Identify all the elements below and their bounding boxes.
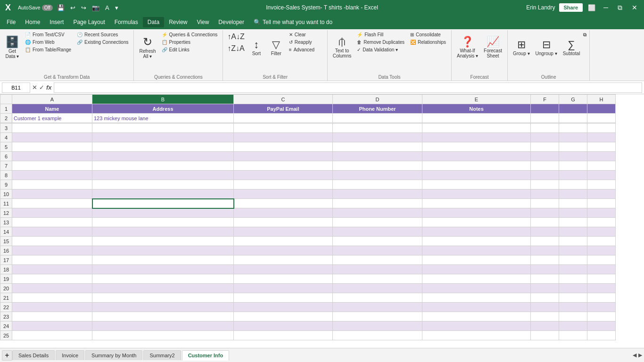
- formula-cancel-icon[interactable]: ✕: [32, 84, 37, 91]
- cell-H22[interactable]: [587, 303, 616, 312]
- cell-E10[interactable]: [422, 189, 531, 199]
- cell-G12[interactable]: [559, 208, 587, 218]
- cell-H16[interactable]: [587, 246, 616, 255]
- cell-G18[interactable]: [559, 265, 587, 274]
- tab-summary-by-month[interactable]: Summary by Month: [85, 350, 142, 360]
- cell-H5[interactable]: [587, 142, 616, 152]
- sort-desc-button[interactable]: ↑Z↓A: [226, 43, 246, 54]
- cell-F9[interactable]: [531, 180, 559, 189]
- cell-F4[interactable]: [531, 133, 559, 142]
- properties-button[interactable]: 📋 Properties: [159, 39, 220, 46]
- cell-B14[interactable]: [92, 227, 234, 237]
- get-data-button[interactable]: 🗄️ Get Data ▾: [3, 31, 22, 63]
- menu-home[interactable]: Home: [20, 17, 45, 27]
- subtotal-button[interactable]: ∑ Subtotal: [561, 31, 583, 63]
- cell-D22[interactable]: [333, 303, 422, 312]
- cell-F6[interactable]: [531, 152, 559, 161]
- cell-A3[interactable]: [12, 123, 92, 133]
- cell-A15[interactable]: [12, 237, 92, 246]
- menu-view[interactable]: View: [192, 17, 214, 27]
- cell-A8[interactable]: [12, 171, 92, 180]
- cell-G8[interactable]: [559, 171, 587, 180]
- cell-B23[interactable]: [92, 312, 234, 321]
- cell-C11[interactable]: [234, 199, 333, 208]
- cell-D7[interactable]: [333, 161, 422, 171]
- cell-H8[interactable]: [587, 171, 616, 180]
- cell-G14[interactable]: [559, 227, 587, 237]
- cell-A6[interactable]: [12, 152, 92, 161]
- cell-E23[interactable]: [422, 312, 531, 321]
- row-num-10[interactable]: 10: [0, 189, 12, 199]
- data-validation-button[interactable]: ✓ Data Validation ▾: [355, 46, 407, 53]
- cell-D14[interactable]: [333, 227, 422, 237]
- cell-D18[interactable]: [333, 265, 422, 274]
- cell-H23[interactable]: [587, 312, 616, 321]
- cell-A4[interactable]: [12, 133, 92, 142]
- cell-E17[interactable]: [422, 255, 531, 265]
- cell-reference-box[interactable]: [2, 82, 30, 93]
- cell-B17[interactable]: [92, 255, 234, 265]
- cell-A10[interactable]: [12, 189, 92, 199]
- grid-area[interactable]: A B C D E F G H 1 Name Addres: [0, 94, 644, 348]
- cell-G16[interactable]: [559, 246, 587, 255]
- cell-G20[interactable]: [559, 284, 587, 293]
- cell-C14[interactable]: [234, 227, 333, 237]
- cell-A20[interactable]: [12, 284, 92, 293]
- col-header-f[interactable]: F: [531, 95, 559, 104]
- tab-scroll-left-icon[interactable]: ◀: [633, 352, 636, 358]
- advanced-button[interactable]: ≡ Advanced: [287, 46, 324, 53]
- cell-C4[interactable]: [234, 133, 333, 142]
- cell-G25[interactable]: [559, 331, 587, 340]
- cell-F3[interactable]: [531, 123, 559, 133]
- cell-c2[interactable]: [234, 114, 333, 123]
- cell-F19[interactable]: [531, 274, 559, 284]
- cell-G22[interactable]: [559, 303, 587, 312]
- cell-F12[interactable]: [531, 208, 559, 218]
- undo-icon[interactable]: ↩: [69, 3, 77, 12]
- from-table-button[interactable]: 📋 From Table/Range: [23, 46, 74, 53]
- cell-C21[interactable]: [234, 293, 333, 303]
- recent-sources-button[interactable]: 🕐 Recent Sources: [74, 31, 131, 38]
- cell-F13[interactable]: [531, 218, 559, 227]
- cell-E3[interactable]: [422, 123, 531, 133]
- cell-D4[interactable]: [333, 133, 422, 142]
- cell-C25[interactable]: [234, 331, 333, 340]
- tab-scroll-right-icon[interactable]: ▶: [638, 352, 642, 358]
- cell-H14[interactable]: [587, 227, 616, 237]
- cell-H13[interactable]: [587, 218, 616, 227]
- tab-invoice[interactable]: Invoice: [56, 350, 84, 360]
- cell-B5[interactable]: [92, 142, 234, 152]
- row-num-11[interactable]: 11: [0, 199, 12, 208]
- cell-E18[interactable]: [422, 265, 531, 274]
- cell-E24[interactable]: [422, 321, 531, 331]
- cell-g2[interactable]: [559, 114, 587, 123]
- col-header-d[interactable]: D: [333, 95, 422, 104]
- cell-f2[interactable]: [531, 114, 559, 123]
- cell-B11[interactable]: [92, 199, 234, 208]
- row-num-4[interactable]: 4: [0, 133, 12, 142]
- formula-confirm-icon[interactable]: ✓: [39, 84, 44, 91]
- header-name[interactable]: Name: [12, 104, 92, 114]
- cell-F22[interactable]: [531, 303, 559, 312]
- group-button[interactable]: ⊞ Group ▾: [511, 31, 532, 63]
- cell-D25[interactable]: [333, 331, 422, 340]
- cell-H9[interactable]: [587, 180, 616, 189]
- cell-G13[interactable]: [559, 218, 587, 227]
- cell-C9[interactable]: [234, 180, 333, 189]
- row-num-9[interactable]: 9: [0, 180, 12, 189]
- cell-G15[interactable]: [559, 237, 587, 246]
- cell-C5[interactable]: [234, 142, 333, 152]
- cell-G6[interactable]: [559, 152, 587, 161]
- minimize-button[interactable]: ─: [601, 4, 611, 11]
- cell-H18[interactable]: [587, 265, 616, 274]
- text-to-columns-button[interactable]: ⫛ Text to Columns: [330, 31, 354, 63]
- menu-developer[interactable]: Developer: [214, 17, 249, 27]
- cell-E19[interactable]: [422, 274, 531, 284]
- cell-G19[interactable]: [559, 274, 587, 284]
- cell-H21[interactable]: [587, 293, 616, 303]
- cell-D13[interactable]: [333, 218, 422, 227]
- row-num-6[interactable]: 6: [0, 152, 12, 161]
- menu-data[interactable]: Data: [143, 17, 164, 27]
- cell-B8[interactable]: [92, 171, 234, 180]
- cell-F15[interactable]: [531, 237, 559, 246]
